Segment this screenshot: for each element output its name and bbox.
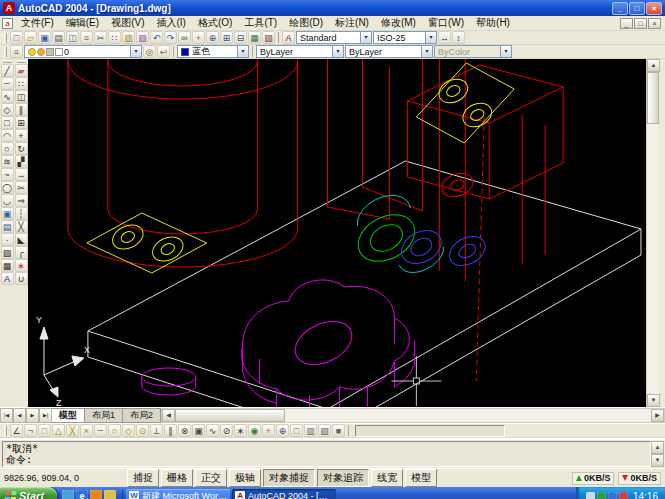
polygon-tool-icon[interactable]: ◇	[1, 103, 14, 116]
tab-layout2[interactable]: 布局2	[123, 408, 161, 423]
snap-none-icon[interactable]: ⊘	[220, 424, 233, 437]
snap-endpoint-icon[interactable]: □	[38, 424, 51, 437]
explode-tool-icon[interactable]: ∗	[15, 259, 28, 272]
hatch-tool-icon[interactable]: ▨	[1, 246, 14, 259]
horizontal-scrollbar-thumb[interactable]	[175, 409, 285, 422]
toggle-snap[interactable]: 捕捉	[127, 469, 159, 487]
scroll-down-icon[interactable]	[651, 454, 664, 467]
shade-2d-wireframe-icon[interactable]: □	[290, 424, 303, 437]
insert-block-tool-icon[interactable]: ▣	[1, 207, 14, 220]
vertical-scrollbar[interactable]	[646, 59, 659, 407]
temporary-track-point-icon[interactable]: ∠	[10, 424, 23, 437]
zoom-previous-icon[interactable]: ⊟	[234, 31, 247, 44]
orbit-3d-icon[interactable]: ◉	[248, 424, 261, 437]
text-style-icon[interactable]: A	[282, 31, 295, 44]
line-tool-icon[interactable]: ╱	[1, 64, 14, 77]
dim-style-combo[interactable]: ISO-25	[373, 31, 437, 44]
mirror-tool-icon[interactable]: ◫	[15, 90, 28, 103]
toggle-grid[interactable]: 栅格	[161, 469, 193, 487]
snap-tangent-icon[interactable]: ⊙	[136, 424, 149, 437]
drawing-canvas[interactable]: Y X Z	[28, 59, 646, 407]
chevron-down-icon[interactable]	[421, 46, 432, 57]
quicklaunch-media-player[interactable]	[90, 490, 102, 499]
menu-tools[interactable]: 工具(T)	[238, 16, 283, 30]
tray-antivirus-icon[interactable]	[597, 492, 606, 499]
task-autocad[interactable]: A AutoCAD 2004 - [Dra...	[232, 489, 336, 499]
print-icon[interactable]: ▤	[52, 31, 65, 44]
mtext-tool-icon[interactable]: A	[1, 272, 14, 285]
shade-hidden-icon[interactable]: ▧	[318, 424, 331, 437]
arc-tool-icon[interactable]: ◠	[1, 129, 14, 142]
designcenter-icon[interactable]: ▧	[262, 31, 275, 44]
command-text-area[interactable]: *取消* 命令:	[2, 441, 651, 467]
zoom-realtime-icon-2[interactable]: ⊕	[276, 424, 289, 437]
minimize-button[interactable]	[612, 2, 628, 15]
revision-cloud-tool-icon[interactable]: ≋	[1, 155, 14, 168]
ellipse-tool-icon[interactable]: ◯	[1, 181, 14, 194]
offset-tool-icon[interactable]: ∥	[15, 103, 28, 116]
toggle-otrack[interactable]: 对象追踪	[317, 469, 369, 487]
mdi-close-button[interactable]	[648, 18, 661, 29]
copy-object-tool-icon[interactable]: ∷	[15, 77, 28, 90]
layer-on-icon[interactable]	[28, 48, 36, 56]
spline-tool-icon[interactable]: ~	[1, 168, 14, 181]
command-prompt[interactable]: 命令:	[6, 454, 647, 465]
layer-lock-icon[interactable]	[46, 48, 54, 56]
snap-center-icon[interactable]: ○	[108, 424, 121, 437]
make-object-layer-icon[interactable]: ◎	[143, 45, 156, 58]
stretch-tool-icon[interactable]: →	[15, 168, 28, 181]
menu-modify[interactable]: 修改(M)	[375, 16, 422, 30]
scrollbar-track[interactable]	[647, 124, 659, 394]
tray-messenger-icon[interactable]	[619, 492, 628, 499]
task-word[interactable]: W 新建 Microsoft Word ...	[126, 489, 230, 499]
tab-first-button[interactable]	[0, 408, 13, 423]
menu-insert[interactable]: 插入(I)	[150, 16, 191, 30]
dim-style-icon[interactable]: ↕	[452, 31, 465, 44]
layers-icon[interactable]: ≡	[10, 45, 23, 58]
erase-tool-icon[interactable]: ▰	[15, 64, 28, 77]
menu-window[interactable]: 窗口(W)	[422, 16, 470, 30]
toggle-lwt[interactable]: 线宽	[371, 469, 403, 487]
snap-from-icon[interactable]: ¬	[24, 424, 37, 437]
snap-quadrant-icon[interactable]: ◇	[122, 424, 135, 437]
join-tool-icon[interactable]: ∪	[15, 272, 28, 285]
mdi-minimize-button[interactable]	[620, 18, 633, 29]
construction-line-tool-icon[interactable]: ┄	[1, 77, 14, 90]
color-combo[interactable]: 蓝色	[177, 45, 249, 58]
tab-layout1[interactable]: 布局1	[85, 408, 123, 423]
scroll-left-icon[interactable]	[162, 409, 175, 422]
quicklaunch-show-desktop[interactable]	[62, 490, 74, 499]
mdi-restore-button[interactable]	[634, 18, 647, 29]
snap-apparent-intersection-icon[interactable]: ×	[80, 424, 93, 437]
vertical-scrollbar-thumb[interactable]	[647, 72, 659, 124]
menu-file[interactable]: 文件(F)	[15, 16, 60, 30]
layer-combo[interactable]: 0	[24, 45, 142, 58]
extend-tool-icon[interactable]: ⇒	[15, 194, 28, 207]
menu-edit[interactable]: 编辑(E)	[60, 16, 105, 30]
polyline-tool-icon[interactable]: ∿	[1, 90, 14, 103]
command-scrollbar[interactable]	[651, 441, 664, 467]
trim-tool-icon[interactable]: ✂	[15, 181, 28, 194]
point-tool-icon[interactable]: ∙	[1, 233, 14, 246]
snap-perpendicular-icon[interactable]: ⊥	[150, 424, 163, 437]
ellipse-arc-tool-icon[interactable]: ◡	[1, 194, 14, 207]
lineweight-combo[interactable]: ByLayer	[345, 45, 433, 58]
break-point-tool-icon[interactable]: ┆	[15, 207, 28, 220]
snap-node-icon[interactable]: ⊗	[178, 424, 191, 437]
osnap-settings-icon[interactable]: ∗	[234, 424, 247, 437]
toolbar-grip[interactable]	[4, 47, 7, 57]
hyperlink-icon[interactable]: ∞	[178, 31, 191, 44]
toggle-osnap[interactable]: 对象捕捉	[263, 469, 315, 487]
menu-view[interactable]: 视图(V)	[105, 16, 150, 30]
make-block-tool-icon[interactable]: ▤	[1, 220, 14, 233]
quicklaunch-internet-explorer[interactable]: e	[76, 490, 88, 499]
tab-next-button[interactable]	[26, 408, 39, 423]
scale-tool-icon[interactable]: ▞	[15, 155, 28, 168]
menu-help[interactable]: 帮助(H)	[470, 16, 516, 30]
break-tool-icon[interactable]: ╳	[15, 220, 28, 233]
chevron-down-icon[interactable]	[237, 46, 248, 57]
toggle-model[interactable]: 模型	[405, 469, 437, 487]
snap-midpoint-icon[interactable]: △	[52, 424, 65, 437]
move-tool-icon[interactable]: +	[15, 129, 28, 142]
horizontal-scrollbar[interactable]	[161, 408, 665, 423]
